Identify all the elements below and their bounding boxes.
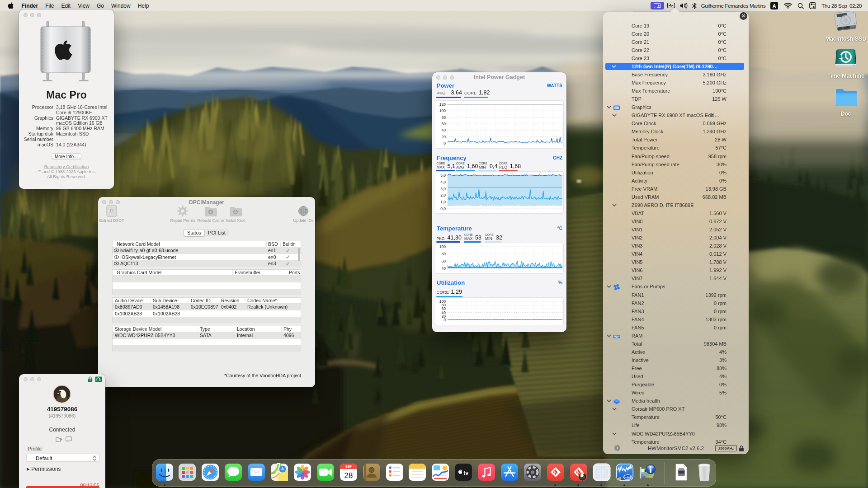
svg-text:5,0: 5,0 (440, 173, 446, 178)
svg-text:SEP: SEP (345, 465, 352, 468)
svg-text:RAM: RAM (615, 337, 618, 338)
svg-text:1,0: 1,0 (440, 200, 446, 204)
svg-text:20: 20 (442, 135, 446, 139)
svg-text:120: 120 (439, 102, 446, 107)
svg-text:2,0: 2,0 (440, 193, 446, 197)
svg-text:80: 80 (442, 115, 446, 120)
svg-text:28: 28 (344, 471, 353, 480)
svg-text:80: 80 (442, 252, 446, 256)
svg-text:4,0: 4,0 (440, 180, 446, 184)
svg-text:0: 0 (443, 318, 446, 322)
svg-text:100: 100 (439, 244, 446, 249)
svg-text:100: 100 (439, 108, 446, 113)
svg-text:tv: tv (463, 469, 469, 476)
svg-text:3,0: 3,0 (440, 187, 446, 191)
svg-text:intel: intel (624, 476, 631, 479)
svg-text:60: 60 (442, 259, 446, 263)
svg-text:40: 40 (442, 266, 446, 271)
svg-text:0,0: 0,0 (440, 206, 446, 211)
svg-text:40: 40 (442, 128, 446, 132)
svg-text:60: 60 (442, 122, 446, 126)
svg-text::  (110, 208, 113, 213)
svg-text:0: 0 (443, 141, 446, 145)
